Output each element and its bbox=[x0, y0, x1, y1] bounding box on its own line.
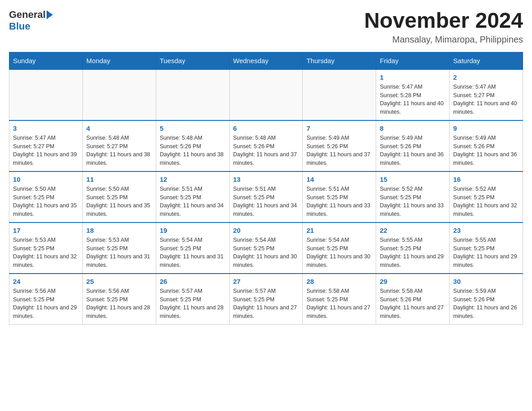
table-row: 15Sunrise: 5:52 AM Sunset: 5:25 PM Dayli… bbox=[376, 171, 450, 223]
logo-general-text: General bbox=[9, 9, 46, 21]
day-info: Sunrise: 5:51 AM Sunset: 5:25 PM Dayligh… bbox=[306, 185, 372, 218]
day-number: 20 bbox=[233, 227, 299, 234]
day-info: Sunrise: 5:51 AM Sunset: 5:25 PM Dayligh… bbox=[160, 185, 226, 218]
day-number: 28 bbox=[306, 278, 372, 285]
table-row: 20Sunrise: 5:54 AM Sunset: 5:25 PM Dayli… bbox=[229, 223, 303, 274]
day-number: 25 bbox=[86, 278, 152, 285]
day-number: 5 bbox=[160, 124, 226, 132]
day-number: 3 bbox=[13, 124, 79, 132]
day-number: 7 bbox=[306, 124, 372, 132]
title-section: November 2024 Mansalay, Mimaropa, Philip… bbox=[364, 9, 523, 45]
table-row: 12Sunrise: 5:51 AM Sunset: 5:25 PM Dayli… bbox=[156, 171, 229, 223]
day-number: 15 bbox=[380, 176, 446, 183]
table-row bbox=[82, 69, 156, 120]
table-row: 14Sunrise: 5:51 AM Sunset: 5:25 PM Dayli… bbox=[303, 171, 376, 223]
month-title: November 2024 bbox=[364, 9, 523, 33]
table-row: 25Sunrise: 5:56 AM Sunset: 5:25 PM Dayli… bbox=[82, 274, 156, 325]
day-number: 9 bbox=[453, 124, 519, 132]
day-info: Sunrise: 5:49 AM Sunset: 5:26 PM Dayligh… bbox=[380, 134, 446, 167]
day-info: Sunrise: 5:52 AM Sunset: 5:25 PM Dayligh… bbox=[380, 185, 446, 218]
table-row: 29Sunrise: 5:58 AM Sunset: 5:26 PM Dayli… bbox=[376, 274, 450, 325]
table-row: 11Sunrise: 5:50 AM Sunset: 5:25 PM Dayli… bbox=[82, 171, 156, 223]
day-info: Sunrise: 5:48 AM Sunset: 5:26 PM Dayligh… bbox=[233, 134, 299, 167]
day-number: 2 bbox=[453, 73, 519, 81]
table-row: 6Sunrise: 5:48 AM Sunset: 5:26 PM Daylig… bbox=[229, 120, 303, 171]
table-row: 9Sunrise: 5:49 AM Sunset: 5:26 PM Daylig… bbox=[450, 120, 523, 171]
calendar-week-row: 10Sunrise: 5:50 AM Sunset: 5:25 PM Dayli… bbox=[9, 171, 523, 223]
calendar-week-row: 17Sunrise: 5:53 AM Sunset: 5:25 PM Dayli… bbox=[9, 223, 523, 274]
table-row: 19Sunrise: 5:54 AM Sunset: 5:25 PM Dayli… bbox=[156, 223, 229, 274]
logo-arrow-icon bbox=[47, 10, 53, 19]
day-number: 23 bbox=[453, 227, 519, 234]
day-info: Sunrise: 5:47 AM Sunset: 5:27 PM Dayligh… bbox=[13, 134, 79, 167]
day-info: Sunrise: 5:55 AM Sunset: 5:25 PM Dayligh… bbox=[453, 236, 519, 270]
table-row: 28Sunrise: 5:58 AM Sunset: 5:25 PM Dayli… bbox=[303, 274, 376, 325]
day-info: Sunrise: 5:47 AM Sunset: 5:28 PM Dayligh… bbox=[380, 83, 446, 116]
table-row: 3Sunrise: 5:47 AM Sunset: 5:27 PM Daylig… bbox=[9, 120, 83, 171]
day-info: Sunrise: 5:50 AM Sunset: 5:25 PM Dayligh… bbox=[13, 185, 79, 218]
day-number: 21 bbox=[306, 227, 372, 234]
day-number: 10 bbox=[13, 176, 79, 183]
day-number: 14 bbox=[306, 176, 372, 183]
day-info: Sunrise: 5:48 AM Sunset: 5:27 PM Dayligh… bbox=[86, 134, 152, 167]
day-number: 18 bbox=[86, 227, 152, 234]
col-sunday: Sunday bbox=[9, 52, 83, 69]
day-info: Sunrise: 5:56 AM Sunset: 5:25 PM Dayligh… bbox=[86, 287, 152, 321]
calendar-week-row: 24Sunrise: 5:56 AM Sunset: 5:25 PM Dayli… bbox=[9, 274, 523, 325]
day-number: 6 bbox=[233, 124, 299, 132]
day-info: Sunrise: 5:52 AM Sunset: 5:25 PM Dayligh… bbox=[453, 185, 519, 218]
day-info: Sunrise: 5:54 AM Sunset: 5:25 PM Dayligh… bbox=[306, 236, 372, 270]
day-info: Sunrise: 5:48 AM Sunset: 5:26 PM Dayligh… bbox=[160, 134, 226, 167]
table-row: 18Sunrise: 5:53 AM Sunset: 5:25 PM Dayli… bbox=[82, 223, 156, 274]
day-info: Sunrise: 5:47 AM Sunset: 5:27 PM Dayligh… bbox=[453, 83, 519, 116]
day-number: 8 bbox=[380, 124, 446, 132]
day-info: Sunrise: 5:53 AM Sunset: 5:25 PM Dayligh… bbox=[13, 236, 79, 270]
day-number: 4 bbox=[86, 124, 152, 132]
table-row bbox=[156, 69, 229, 120]
logo-blue-text: Blue bbox=[9, 21, 30, 32]
day-info: Sunrise: 5:57 AM Sunset: 5:25 PM Dayligh… bbox=[233, 287, 299, 321]
day-number: 16 bbox=[453, 176, 519, 183]
day-info: Sunrise: 5:50 AM Sunset: 5:25 PM Dayligh… bbox=[86, 185, 152, 218]
table-row: 21Sunrise: 5:54 AM Sunset: 5:25 PM Dayli… bbox=[303, 223, 376, 274]
table-row: 8Sunrise: 5:49 AM Sunset: 5:26 PM Daylig… bbox=[376, 120, 450, 171]
table-row: 23Sunrise: 5:55 AM Sunset: 5:25 PM Dayli… bbox=[450, 223, 523, 274]
day-number: 13 bbox=[233, 176, 299, 183]
day-number: 22 bbox=[380, 227, 446, 234]
col-tuesday: Tuesday bbox=[156, 52, 229, 69]
col-wednesday: Wednesday bbox=[229, 52, 303, 69]
day-number: 12 bbox=[160, 176, 226, 183]
day-info: Sunrise: 5:56 AM Sunset: 5:25 PM Dayligh… bbox=[13, 287, 79, 321]
table-row bbox=[303, 69, 376, 120]
table-row: 2Sunrise: 5:47 AM Sunset: 5:27 PM Daylig… bbox=[450, 69, 523, 120]
day-info: Sunrise: 5:49 AM Sunset: 5:26 PM Dayligh… bbox=[453, 134, 519, 167]
day-number: 27 bbox=[233, 278, 299, 285]
day-info: Sunrise: 5:57 AM Sunset: 5:25 PM Dayligh… bbox=[160, 287, 226, 321]
col-thursday: Thursday bbox=[303, 52, 376, 69]
location-title: Mansalay, Mimaropa, Philippines bbox=[364, 34, 523, 45]
table-row bbox=[9, 69, 83, 120]
calendar-week-row: 1Sunrise: 5:47 AM Sunset: 5:28 PM Daylig… bbox=[9, 69, 523, 120]
day-number: 29 bbox=[380, 278, 446, 285]
table-row: 10Sunrise: 5:50 AM Sunset: 5:25 PM Dayli… bbox=[9, 171, 83, 223]
col-saturday: Saturday bbox=[450, 52, 523, 69]
col-monday: Monday bbox=[82, 52, 156, 69]
day-info: Sunrise: 5:59 AM Sunset: 5:26 PM Dayligh… bbox=[453, 287, 519, 321]
table-row: 17Sunrise: 5:53 AM Sunset: 5:25 PM Dayli… bbox=[9, 223, 83, 274]
calendar-week-row: 3Sunrise: 5:47 AM Sunset: 5:27 PM Daylig… bbox=[9, 120, 523, 171]
day-info: Sunrise: 5:54 AM Sunset: 5:25 PM Dayligh… bbox=[160, 236, 226, 270]
day-number: 19 bbox=[160, 227, 226, 234]
day-info: Sunrise: 5:49 AM Sunset: 5:26 PM Dayligh… bbox=[306, 134, 372, 167]
day-number: 17 bbox=[13, 227, 79, 234]
col-friday: Friday bbox=[376, 52, 450, 69]
day-number: 30 bbox=[453, 278, 519, 285]
table-row: 26Sunrise: 5:57 AM Sunset: 5:25 PM Dayli… bbox=[156, 274, 229, 325]
table-row: 7Sunrise: 5:49 AM Sunset: 5:26 PM Daylig… bbox=[303, 120, 376, 171]
day-number: 26 bbox=[160, 278, 226, 285]
table-row: 27Sunrise: 5:57 AM Sunset: 5:25 PM Dayli… bbox=[229, 274, 303, 325]
calendar-header-row: Sunday Monday Tuesday Wednesday Thursday… bbox=[9, 52, 523, 69]
day-info: Sunrise: 5:53 AM Sunset: 5:25 PM Dayligh… bbox=[86, 236, 152, 270]
table-row: 5Sunrise: 5:48 AM Sunset: 5:26 PM Daylig… bbox=[156, 120, 229, 171]
table-row: 16Sunrise: 5:52 AM Sunset: 5:25 PM Dayli… bbox=[450, 171, 523, 223]
day-number: 11 bbox=[86, 176, 152, 183]
